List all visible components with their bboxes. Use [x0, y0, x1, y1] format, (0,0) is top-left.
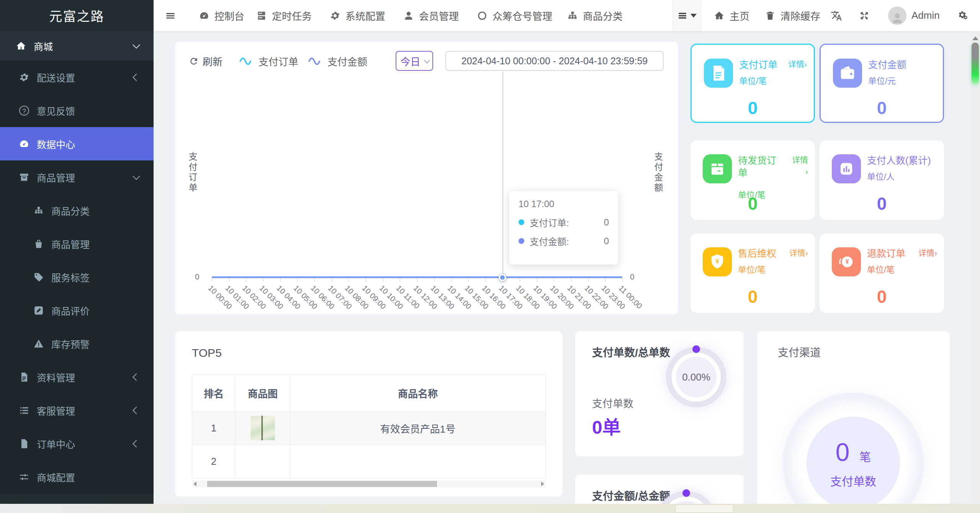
x-axis-tick — [571, 278, 571, 282]
sidebar-item-label: 数据中心 — [37, 137, 75, 151]
translate-button[interactable] — [831, 0, 842, 31]
user-menu[interactable]: Admin — [888, 0, 940, 31]
nav-item-home[interactable]: 主页 — [714, 0, 749, 31]
sidebar-item-label: 客服管理 — [37, 404, 75, 417]
stat-title: 待发货订单 — [738, 154, 783, 179]
detail-label: 详情 — [918, 247, 934, 259]
sidebar-item-mall-config[interactable]: 商城配置 — [0, 460, 154, 493]
nav-item-member-management[interactable]: 会员管理 — [403, 0, 459, 31]
nav-item-label: 主页 — [730, 8, 749, 23]
x-axis-tick — [314, 278, 315, 282]
table-row[interactable]: 2 — [192, 445, 546, 478]
fullscreen-arrows-icon — [859, 10, 870, 21]
stat-title: 售后维权 — [738, 247, 776, 260]
sidebar-item-product-manage[interactable]: 商品管理 — [0, 227, 154, 260]
horizontal-scrollbar[interactable] — [192, 480, 546, 487]
nav-item-crowdfunding-management[interactable]: 众筹仓号管理 — [477, 0, 552, 31]
image-cell — [236, 412, 290, 445]
detail-link[interactable]: 详情› — [788, 59, 807, 70]
sidebar-item-product-management[interactable]: 商品管理 — [0, 160, 154, 194]
settings-button[interactable] — [957, 0, 969, 31]
page-horizontal-scrollbar[interactable] — [0, 504, 980, 513]
nav-item-console[interactable]: 控制台 — [199, 0, 244, 31]
sitemap-icon — [567, 10, 578, 21]
menu-icon — [677, 11, 687, 21]
stat-card-pending-shipment: 待发货订单 详情› 单位/笔 0 — [690, 141, 815, 220]
channel-unit: 笔 — [859, 448, 871, 464]
scroll-right-arrow-icon[interactable] — [541, 482, 544, 486]
channel-chart-bubble[interactable]: 0 笔 支付单数 — [807, 417, 900, 510]
vertical-scrollbar[interactable] — [970, 31, 980, 504]
x-axis-tick — [332, 278, 332, 282]
detail-link[interactable]: 详情› — [789, 247, 808, 259]
x-axis-tick — [212, 278, 212, 282]
nav-item-scheduled-tasks[interactable]: 定时任务 — [256, 0, 312, 31]
stat-title: 支付人数(累计) — [867, 154, 931, 167]
home-icon — [15, 41, 27, 51]
tooltip-label: 支付金额: — [530, 234, 569, 248]
x-axis-tick — [348, 278, 349, 282]
nav-item-label: 会员管理 — [419, 8, 459, 23]
arrow-right-icon: › — [804, 59, 807, 70]
sidebar-item-label: 商品管理 — [37, 170, 75, 184]
x-axis-tick — [502, 278, 503, 282]
x-axis-tick — [246, 278, 246, 282]
line-chart: 支付订单 支付金额 0 0 10 00:0010 01:0010 02:0010… — [175, 42, 678, 314]
sidebar-item-delivery-settings[interactable]: 配送设置 — [0, 60, 154, 94]
sidebar-item-label: 商城 — [34, 39, 53, 53]
scrollbar-thumb[interactable] — [675, 505, 733, 513]
sidebar-item-data-center[interactable]: 数据中心 — [0, 127, 154, 160]
chevron-down-icon — [133, 41, 140, 49]
sidebar-item-customer-service[interactable]: 客服管理 — [0, 394, 154, 427]
gears-icon — [957, 10, 969, 21]
stat-value: 0 — [820, 286, 944, 307]
sidebar-item-service-tags[interactable]: 服务标签 — [0, 260, 154, 294]
nav-item-product-category[interactable]: 商品分类 — [567, 0, 623, 31]
sidebar-item-mall[interactable]: 商城 — [0, 31, 154, 60]
dashboard-page: 元富之路 商城 配送设置 ? 意见反馈 — [0, 0, 980, 513]
rank-cell: 2 — [192, 445, 236, 478]
invoice-icon — [704, 59, 733, 88]
nav-item-label: 系统配置 — [345, 8, 385, 23]
fullscreen-button[interactable] — [859, 0, 870, 31]
name-cell: 有效会员产品1号 — [290, 412, 546, 445]
scroll-up-arrow-icon[interactable] — [972, 36, 978, 40]
menu-dropdown-button[interactable] — [672, 0, 702, 31]
nav-item-clear-cache[interactable]: 清除缓存 — [765, 0, 820, 31]
nav-item-label: 清除缓存 — [780, 8, 820, 23]
payment-channel-card: 支付渠道 0 笔 支付单数 — [757, 331, 950, 509]
detail-link[interactable]: 详情› — [792, 154, 808, 177]
package-icon — [703, 154, 732, 183]
column-header-rank: 排名 — [192, 374, 236, 412]
nav-item-label: 商品分类 — [583, 8, 623, 23]
x-axis-tick — [263, 278, 263, 282]
tooltip-row: 支付订单: 0 — [519, 216, 609, 229]
x-axis-tick — [554, 278, 554, 282]
svg-text:¥: ¥ — [715, 258, 719, 265]
stat-card-refund-orders: ¥ 退款订单 详情› 单位/笔 0 — [820, 234, 944, 313]
detail-link[interactable]: 详情› — [918, 247, 937, 259]
home-icon — [714, 10, 725, 21]
y-axis-right-title: 支付金额 — [651, 152, 664, 193]
sidebar-item-material-management[interactable]: 资料管理 — [0, 360, 154, 394]
sidebar-toggle-button[interactable] — [165, 0, 176, 31]
nav-item-system-config[interactable]: 系统配置 — [330, 0, 385, 31]
x-axis-tick — [520, 278, 520, 282]
scroll-left-arrow-icon[interactable] — [193, 482, 196, 486]
tag-icon — [33, 272, 44, 282]
table-row[interactable]: 1 有效会员产品1号 — [192, 412, 546, 445]
sidebar-item-order-center[interactable]: 订单中心 — [0, 427, 154, 460]
x-axis-tick — [400, 278, 400, 282]
sidebar-submenu: 配送设置 ? 意见反馈 数据中心 商品管理 — [0, 60, 154, 493]
sidebar-item-feedback[interactable]: ? 意见反馈 — [0, 94, 154, 127]
y-axis-left-title: 支付订单 — [186, 152, 199, 193]
scrollbar-thumb[interactable] — [207, 481, 437, 487]
sidebar-item-label: 服务标签 — [51, 270, 90, 284]
sidebar-item-product-reviews[interactable]: 商品评价 — [0, 294, 154, 327]
dashboard-icon — [199, 10, 209, 21]
sidebar-item-stock-warning[interactable]: 库存预警 — [0, 327, 154, 360]
scrollbar-thumb[interactable] — [972, 42, 979, 84]
x-axis-tick — [383, 278, 383, 282]
sidebar-item-product-category[interactable]: 商品分类 — [0, 194, 154, 227]
tooltip-row: 支付金额: 0 — [519, 234, 609, 248]
